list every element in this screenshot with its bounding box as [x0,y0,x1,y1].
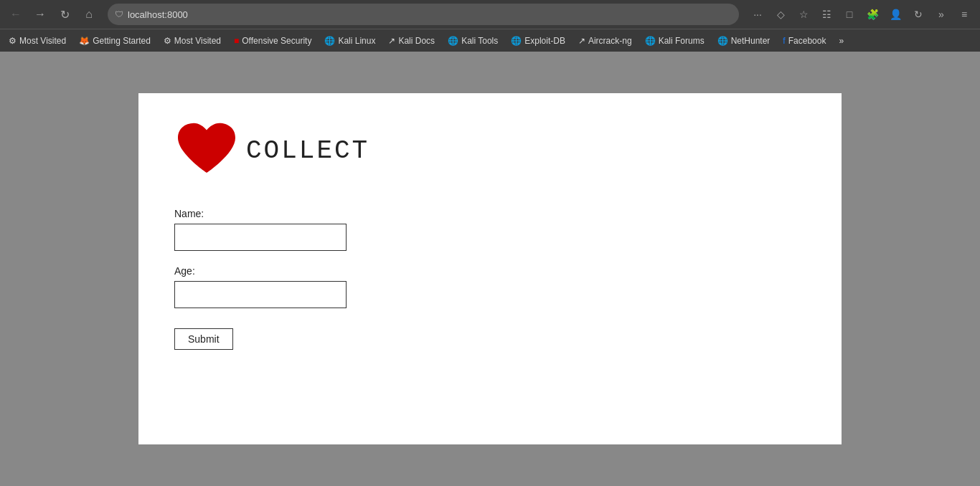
bookmark-label-facebook: Facebook [788,36,826,46]
bookmark-kali-docs[interactable]: ↗ Kali Docs [382,34,440,48]
bookmark-icon-nethunter: 🌐 [717,36,728,46]
sync-button[interactable]: ↻ [908,4,928,24]
bookmark-kali-linux[interactable]: 🌐 Kali Linux [319,34,381,48]
more-tools-button[interactable]: » [931,4,951,24]
name-input[interactable] [174,224,347,251]
bookmark-icon-kali-forums: 🌐 [645,36,656,46]
refresh-button[interactable]: ↻ [55,4,75,24]
bookmark-kali-tools[interactable]: 🌐 Kali Tools [442,34,504,48]
age-form-group: Age: [174,265,806,308]
browser-chrome: ← → ↻ ⌂ 🛡 localhost:8000 ··· ◇ ☆ ☷ □ 🧩 👤… [0,0,980,52]
extensions-button[interactable]: 🧩 [862,4,882,24]
profile-button[interactable]: 👤 [885,4,905,24]
bookmark-more[interactable]: » [833,34,849,48]
bookmark-more-label: » [839,36,844,46]
menu-button[interactable]: ≡ [954,4,974,24]
bookmark-icon-kali-tools: 🌐 [448,36,458,46]
bookmark-getting-started[interactable]: 🦊 Getting Started [73,34,156,48]
bookmark-exploit-db[interactable]: 🌐 Exploit-DB [505,34,571,48]
reading-list-button[interactable]: ☷ [816,4,837,24]
bookmark-label-getting-started: Getting Started [93,36,151,46]
bookmark-aircrack-ng[interactable]: ↗ Aircrack-ng [573,34,638,48]
browser-toolbar: ← → ↻ ⌂ 🛡 localhost:8000 ··· ◇ ☆ ☷ □ 🧩 👤… [0,0,980,29]
bookmark-label-kali-docs: Kali Docs [398,36,435,46]
bookmark-label-kali-linux: Kali Linux [338,36,375,46]
age-label: Age: [174,265,806,277]
age-input[interactable] [174,281,347,308]
home-button[interactable]: ⌂ [79,4,99,24]
page-content: Collect Name: Age: Submit [0,52,980,486]
app-title: Collect [246,136,369,166]
name-form-group: Name: [174,208,806,251]
url-text: localhost:8000 [128,9,732,20]
pocket-button[interactable]: ◇ [771,4,791,24]
submit-button[interactable]: Submit [174,328,233,350]
bookmark-icon-exploit-db: 🌐 [511,36,522,46]
bookmark-icon-offensive-security: ■ [234,36,239,46]
bookmark-label-kali-tools: Kali Tools [461,36,498,46]
bookmark-label-aircrack-ng: Aircrack-ng [588,36,632,46]
bookmark-icon-most-visited-2: ⚙ [164,36,171,46]
back-button[interactable]: ← [6,4,26,24]
bookmark-most-visited-1[interactable]: ⚙ Most Visited [3,34,72,48]
bookmark-label-most-visited-2: Most Visited [174,36,221,46]
forward-button[interactable]: → [30,4,50,24]
bookmark-icon-aircrack-ng: ↗ [578,36,585,46]
bookmarks-bar: ⚙ Most Visited 🦊 Getting Started ⚙ Most … [0,29,980,52]
bookmark-icon-kali-docs: ↗ [388,36,395,46]
bookmark-label-kali-forums: Kali Forums [659,36,705,46]
bookmark-label-most-visited-1: Most Visited [19,36,66,46]
bookmark-star-button[interactable]: ☆ [793,4,814,24]
bookmark-label-nethunter: NetHunter [731,36,771,46]
bookmark-icon-most-visited-1: ⚙ [9,36,17,46]
bookmark-label-offensive-security: Offensive Security [242,36,311,46]
app-header: Collect [174,122,806,179]
name-label: Name: [174,208,806,219]
bookmark-icon-getting-started: 🦊 [79,36,90,46]
more-button[interactable]: ··· [748,4,768,24]
bookmark-offensive-security[interactable]: ■ Offensive Security [228,34,317,48]
security-icon: 🛡 [115,9,123,19]
bookmark-icon-kali-linux: 🌐 [324,36,335,46]
bookmark-label-exploit-db: Exploit-DB [524,36,565,46]
bookmark-facebook[interactable]: f Facebook [777,34,831,48]
bookmark-most-visited-2[interactable]: ⚙ Most Visited [158,34,227,48]
main-card: Collect Name: Age: Submit [138,93,842,444]
split-view-button[interactable]: □ [839,4,859,24]
bookmark-nethunter[interactable]: 🌐 NetHunter [712,34,776,48]
address-bar[interactable]: 🛡 localhost:8000 [108,4,739,25]
heart-icon [174,122,239,179]
bookmark-kali-forums[interactable]: 🌐 Kali Forums [639,34,710,48]
toolbar-actions: ··· ◇ ☆ ☷ □ 🧩 👤 ↻ » ≡ [748,4,974,24]
bookmark-icon-facebook: f [783,36,785,46]
collect-form: Name: Age: Submit [174,208,806,350]
